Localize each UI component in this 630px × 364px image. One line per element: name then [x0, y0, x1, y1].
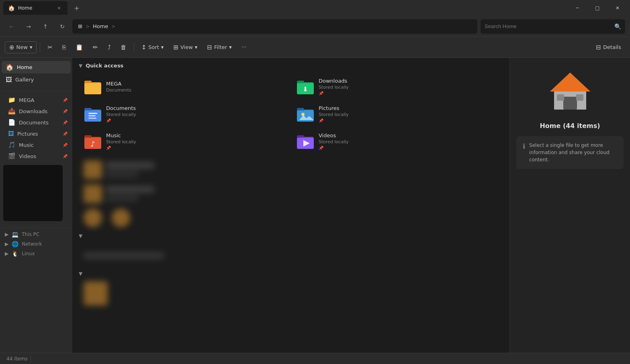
linux-expand-icon: ▶ — [5, 251, 8, 256]
details-panel: Home (44 items) ℹ Select a single file t… — [509, 58, 630, 353]
more-icon: ··· — [241, 44, 246, 50]
folder-item-music[interactable]: ♪ Music Stored locally 📌 — [79, 128, 290, 155]
sidebar-music-label: Music — [19, 142, 34, 148]
breadcrumb-home[interactable]: Home — [91, 22, 110, 30]
close-button[interactable]: ✕ — [608, 2, 627, 14]
sidebar-item-network[interactable]: ▶ 🌐 Network — [2, 239, 71, 249]
main-layout: 🏠 Home 🖼 Gallery 📁 MEGA 📌 📥 Downloads 📌 … — [0, 58, 630, 353]
more-button[interactable]: ··· — [237, 42, 250, 53]
this-pc-icon: 💻 — [12, 231, 18, 238]
details-icon-wrap — [546, 67, 594, 116]
sidebar-item-videos[interactable]: 🎬 Videos 📌 — [2, 150, 71, 162]
sidebar-documents-label: Documents — [19, 120, 49, 126]
svg-rect-12 — [88, 118, 96, 119]
rename-button[interactable]: ✏ — [89, 41, 102, 53]
search-bar: 🔍 — [481, 19, 625, 34]
section-3-chevron: ▼ — [79, 271, 82, 277]
share-button[interactable]: ⤴ — [104, 41, 115, 53]
new-chevron: ▾ — [30, 44, 33, 50]
tab-label: Home — [18, 5, 52, 11]
new-button[interactable]: ⊕ New ▾ — [5, 41, 37, 53]
downloads-pin: 📌 — [319, 91, 349, 96]
browser-tab[interactable]: 🏠 Home ✕ — [3, 1, 68, 15]
details-title: Home (44 items) — [540, 122, 600, 130]
videos-folder-name: Videos — [319, 132, 349, 138]
back-button[interactable]: ← — [5, 20, 18, 33]
copy-icon: ⎘ — [62, 44, 66, 51]
documents-pin: 📌 — [106, 118, 136, 123]
sidebar-divider-2 — [2, 228, 71, 228]
maximize-button[interactable]: □ — [588, 2, 607, 14]
svg-rect-27 — [563, 97, 577, 110]
documents-folder-name: Documents — [106, 105, 136, 111]
quick-access-header[interactable]: ▼ Quick access — [79, 63, 503, 69]
breadcrumb-home-icon[interactable]: ⊞ — [76, 22, 84, 30]
downloads-folder-name: Downloads — [319, 78, 349, 84]
sidebar-item-mega[interactable]: 📁 MEGA 📌 — [2, 94, 71, 106]
tab-icon: 🏠 — [8, 5, 15, 11]
cut-button[interactable]: ✂ — [43, 41, 57, 53]
pictures-folder-name: Pictures — [319, 105, 349, 111]
sidebar: 🏠 Home 🖼 Gallery 📁 MEGA 📌 📥 Downloads 📌 … — [0, 58, 72, 353]
folder-item-documents[interactable]: Documents Stored locally 📌 — [79, 101, 290, 127]
sidebar-item-downloads[interactable]: 📥 Downloads 📌 — [2, 106, 71, 117]
home-icon-svg — [548, 69, 592, 114]
sidebar-pictures-label: Pictures — [17, 131, 38, 137]
downloads-folder-info: Downloads Stored locally 📌 — [319, 78, 349, 96]
paste-button[interactable]: 📋 — [72, 41, 87, 53]
section-3-header[interactable]: ▼ — [79, 271, 503, 277]
details-button[interactable]: ⊟ Details — [592, 41, 625, 53]
folder-item-downloads[interactable]: ⬇ Downloads Stored locally 📌 — [291, 73, 503, 100]
downloads-folder-svg: ⬇ — [296, 77, 315, 96]
sidebar-item-music[interactable]: 🎵 Music 📌 — [2, 139, 71, 150]
toolbar-separator-1 — [40, 43, 40, 52]
sidebar-item-this-pc[interactable]: ▶ 💻 This PC — [2, 230, 71, 239]
sidebar-item-pictures[interactable]: 🖼 Pictures 📌 — [2, 128, 71, 139]
copy-button[interactable]: ⎘ — [58, 41, 70, 53]
music-folder-name: Music — [106, 132, 136, 138]
sidebar-item-home[interactable]: 🏠 Home — [2, 61, 71, 73]
sort-button[interactable]: ↕ Sort ▾ — [137, 41, 168, 53]
documents-folder-status: Stored locally — [106, 112, 136, 117]
home-icon: 🏠 — [6, 63, 14, 71]
svg-text:⬇: ⬇ — [303, 85, 308, 93]
new-tab-button[interactable]: + — [71, 2, 83, 14]
view-icon: ⊞ — [173, 44, 178, 51]
quick-access-title: Quick access — [86, 63, 123, 69]
folder-item-pictures[interactable]: Pictures Stored locally 📌 — [291, 101, 503, 127]
sidebar-item-linux[interactable]: ▶ 🐧 Linux — [2, 249, 71, 258]
sidebar-item-gallery[interactable]: 🖼 Gallery — [2, 73, 71, 86]
view-button[interactable]: ⊞ View ▾ — [169, 41, 201, 53]
refresh-button[interactable]: ↻ — [55, 20, 69, 33]
blurred-section-2 — [79, 244, 503, 268]
new-icon: ⊕ — [9, 44, 14, 51]
svg-rect-29 — [576, 94, 583, 101]
filter-button[interactable]: ⊟ Filter ▾ — [203, 41, 235, 53]
section-2-header[interactable]: ▼ — [79, 233, 503, 239]
view-label: View — [180, 44, 193, 50]
search-input[interactable] — [485, 23, 611, 29]
paste-icon: 📋 — [76, 44, 83, 51]
folder-item-videos[interactable]: Videos Stored locally 📌 — [291, 128, 503, 155]
toolbar-separator-2 — [134, 43, 134, 52]
music-folder-svg: ♪ — [84, 132, 102, 150]
status-count: 44 items — [6, 356, 27, 362]
details-icon: ⊟ — [596, 44, 601, 51]
forward-button[interactable]: → — [22, 20, 35, 33]
sidebar-item-documents[interactable]: 📄 Documents 📌 — [2, 117, 71, 128]
music-pin: 📌 — [106, 146, 136, 150]
minimize-button[interactable]: ─ — [568, 2, 587, 14]
documents-folder-svg — [84, 105, 102, 123]
svg-rect-2 — [84, 83, 101, 94]
pictures-pin-icon: 📌 — [63, 132, 68, 136]
details-info-box: ℹ Select a single file to get more infor… — [516, 136, 624, 169]
folder-item-mega[interactable]: MEGA Documents — [79, 73, 290, 100]
videos-folder-icon-wrap — [296, 132, 315, 150]
mega-folder-svg — [84, 77, 102, 96]
delete-button[interactable]: 🗑 — [117, 41, 131, 53]
tab-close-button[interactable]: ✕ — [55, 4, 63, 12]
up-button[interactable]: ↑ — [39, 20, 52, 33]
linux-label: Linux — [22, 251, 35, 256]
svg-rect-11 — [88, 115, 96, 116]
this-pc-label: This PC — [22, 232, 39, 237]
